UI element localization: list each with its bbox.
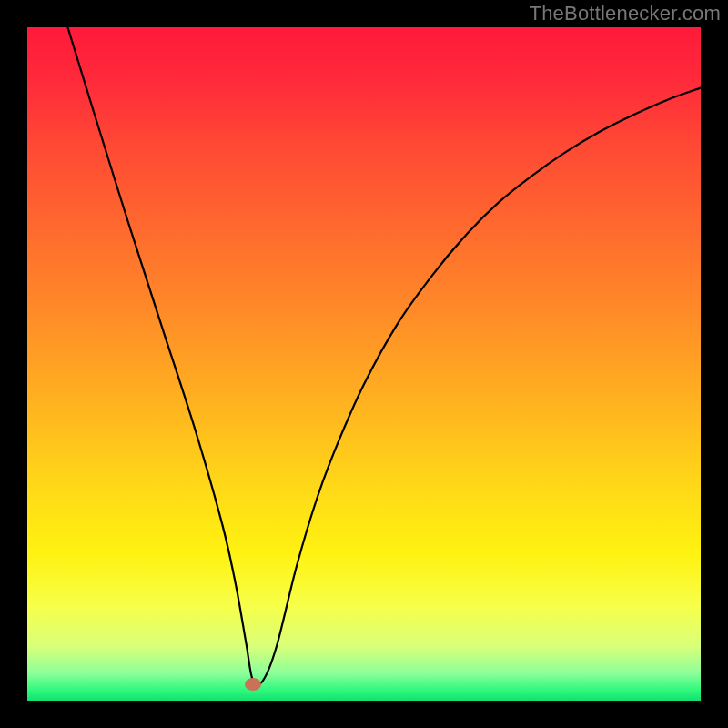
chart-container: TheBottlenecker.com [0,0,728,728]
plot-area [27,27,701,701]
watermark-text: TheBottlenecker.com [530,2,721,25]
bottleneck-curve [27,27,701,701]
optimal-point-marker [245,678,261,691]
